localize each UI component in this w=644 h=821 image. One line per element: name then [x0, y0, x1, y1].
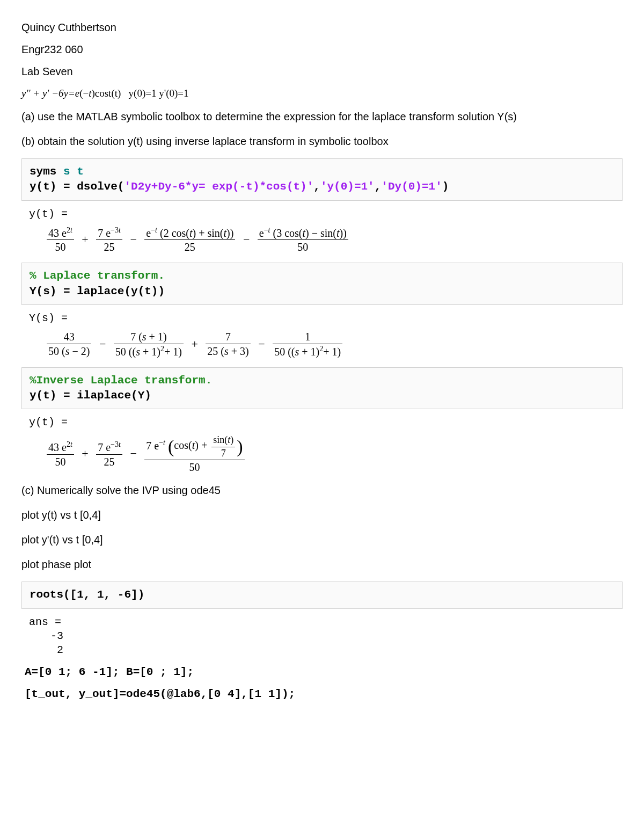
- syms-vars: s t: [63, 165, 84, 178]
- part-b: (b) obtain the solution y(t) using inver…: [21, 134, 623, 149]
- output-yt-1: y(t) = 43 e2t50 + 7 e−3t25 − e−t (2 cos(…: [27, 207, 623, 255]
- code-block-ilaplace: %Inverse Laplace transform. y(t) = ilapl…: [21, 367, 623, 410]
- out2-label: Y(s) =: [29, 311, 623, 325]
- out3-label: y(t) =: [29, 416, 623, 430]
- dsolve-call-a: y(t) = dsolve(: [30, 180, 124, 193]
- comment-laplace: % Laplace transform.: [30, 270, 165, 282]
- code-block-roots: roots([1, 1, -6]): [21, 582, 623, 608]
- output-yt-2: y(t) = 43 e2t50 + 7 e−3t25 − 7 e−t (cos(…: [27, 416, 623, 474]
- dsolve-arg2: 'y(0)=1': [320, 180, 375, 193]
- code-block-dsolve: syms s t y(t) = dsolve('D2y+Dy-6*y= exp(…: [21, 158, 623, 201]
- output-ys: Y(s) = 4350 (s − 2) − 7 (s + 1)50 ((s + …: [27, 311, 623, 359]
- part-a: (a) use the MATLAB symbolic toolbox to d…: [21, 109, 623, 124]
- ilaplace-call: y(t) = ilaplace(Y): [30, 389, 151, 402]
- laplace-call: Y(s) = laplace(y(t)): [30, 285, 165, 297]
- code-block-laplace: % Laplace transform. Y(s) = laplace(y(t)…: [21, 263, 623, 305]
- dsolve-arg1: 'D2y+Dy-6*y= exp(-t)*cos(t)': [124, 180, 313, 193]
- ode-equation: y'' + y' −6y=e(−t)cost(t) y(0)=1 y'(0)=1: [21, 88, 623, 99]
- lab-title: Lab Seven: [21, 66, 623, 78]
- course: Engr232 060: [21, 43, 623, 56]
- output-ans: ans = -3 2: [27, 615, 623, 657]
- plot-yt: plot y(t) vs t [0,4]: [21, 507, 623, 522]
- roots-call: roots([1, 1, -6]): [30, 588, 144, 601]
- plot-ypt: plot y'(t) vs t [0,4]: [21, 532, 623, 547]
- author-name: Quincy Cuthbertson: [21, 21, 623, 34]
- out4-v1: -3: [50, 629, 623, 643]
- part-c: (c) Numerically solve the IVP using ode4…: [21, 483, 623, 498]
- dsolve-arg3: 'Dy(0)=1': [381, 180, 442, 193]
- code-ode45: [t_out, y_out]=ode45(@lab6,[0 4],[1 1]);: [25, 688, 623, 700]
- out4-label: ans =: [29, 615, 623, 629]
- kw-syms: syms: [30, 165, 63, 178]
- plot-phase: plot phase plot: [21, 557, 623, 572]
- out1-label: y(t) =: [29, 207, 623, 221]
- out4-v2: 2: [50, 643, 623, 657]
- code-matrix-ab: A=[0 1; 6 -1]; B=[0 ; 1];: [25, 666, 623, 678]
- comment-ilaplace: %Inverse Laplace transform.: [30, 374, 212, 387]
